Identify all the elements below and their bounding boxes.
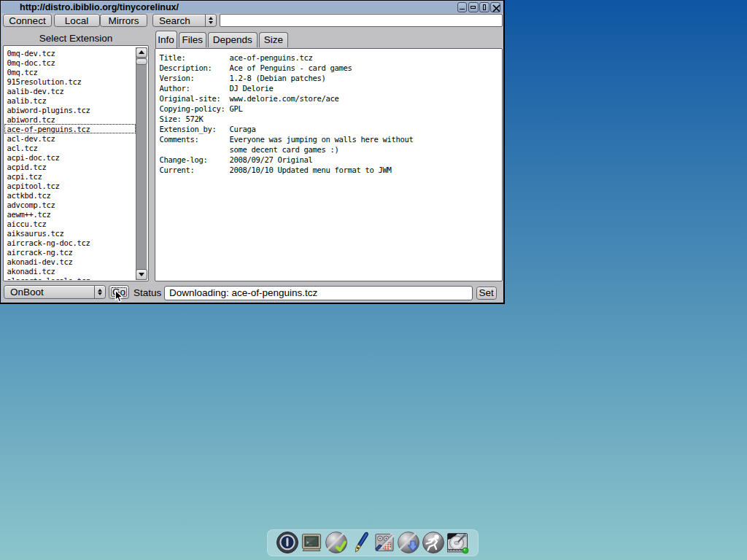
minimize-icon bbox=[460, 9, 465, 10]
shade-icon bbox=[483, 4, 486, 9]
list-item[interactable]: ace-of-penguins.tcz bbox=[4, 124, 136, 133]
dropdown-arrows-icon bbox=[205, 15, 216, 26]
dock-icons: >_ bbox=[276, 531, 469, 554]
extension-listbox[interactable]: 0mq-dev.tcz0mq-doc.tcz0mq.tcz915resoluti… bbox=[3, 45, 149, 281]
close-button[interactable] bbox=[490, 2, 500, 12]
info-line: Size: 572K bbox=[160, 114, 414, 124]
list-item[interactable]: acpitool.tcz bbox=[4, 181, 136, 190]
list-scrollbar[interactable] bbox=[136, 47, 147, 280]
tab-files[interactable]: Files bbox=[179, 32, 206, 47]
shade-button[interactable] bbox=[479, 2, 489, 12]
scroll-down-button[interactable] bbox=[136, 269, 147, 280]
list-item[interactable]: acl.tcz bbox=[4, 143, 136, 152]
onboot-dropdown-label: OnBoot bbox=[10, 287, 44, 298]
info-line: Version: 1.2-8 (Debian patches) bbox=[160, 73, 414, 83]
local-button[interactable]: Local bbox=[54, 14, 100, 27]
terminal-icon[interactable]: >_ bbox=[300, 531, 323, 554]
status-label: Status bbox=[133, 287, 161, 300]
search-input[interactable] bbox=[220, 14, 503, 28]
tab-size[interactable]: Size bbox=[259, 32, 288, 47]
list-item[interactable]: 0mq.tcz bbox=[4, 67, 136, 77]
scroll-up-icon bbox=[139, 50, 144, 54]
maximize-icon bbox=[471, 6, 476, 9]
onboot-dropdown[interactable]: OnBoot bbox=[4, 285, 106, 299]
toolbox-icon[interactable] bbox=[373, 531, 396, 554]
mirrors-button[interactable]: Mirrors bbox=[100, 14, 147, 27]
info-line: Extension_by: Curaga bbox=[160, 124, 414, 134]
connect-button[interactable]: Connect bbox=[3, 14, 52, 27]
titlebar-buttons bbox=[457, 2, 500, 12]
check-sphere-icon[interactable] bbox=[325, 531, 348, 554]
select-extension-heading: Select Extension bbox=[3, 33, 149, 44]
tab-depends[interactable]: Depends bbox=[208, 32, 258, 47]
close-icon bbox=[492, 4, 500, 12]
power-icon[interactable] bbox=[276, 531, 299, 554]
list-item[interactable]: abiword.tcz bbox=[4, 114, 136, 124]
list-item[interactable]: 0mq-dev.tcz bbox=[4, 48, 136, 58]
search-dropdown-label: Search bbox=[159, 15, 190, 26]
info-line: Original-site: www.delorie.com/store/ace bbox=[160, 93, 414, 104]
scroll-down-icon bbox=[139, 273, 144, 276]
list-item[interactable]: aalib-dev.tcz bbox=[4, 86, 136, 96]
status-field-value: Downloading: ace-of-penguins.tcz bbox=[169, 287, 317, 300]
list-item[interactable]: acl-dev.tcz bbox=[4, 133, 136, 143]
set-button[interactable]: Set bbox=[476, 287, 497, 300]
window-client-area: Connect Local Mirrors Search Select Exte… bbox=[2, 13, 503, 302]
app-window: http://distro.ibiblio.org/tinycorelinux/… bbox=[0, 0, 505, 304]
dock: >_ bbox=[267, 529, 479, 556]
svg-text:>_: >_ bbox=[306, 540, 312, 545]
list-item[interactable]: aircrack-ng.tcz bbox=[4, 247, 136, 257]
list-item[interactable]: aiccu.tcz bbox=[4, 219, 136, 228]
search-dropdown[interactable]: Search bbox=[152, 14, 217, 27]
list-item[interactable]: acpi-doc.tcz bbox=[4, 152, 136, 162]
mount-hdd-icon[interactable] bbox=[446, 531, 469, 554]
list-item[interactable]: 0mq-doc.tcz bbox=[4, 58, 136, 67]
info-line: Title: ace-of-penguins.tcz bbox=[160, 52, 414, 63]
pen-icon[interactable] bbox=[349, 531, 372, 554]
info-line: Current: 2008/10/10 Updated menu format … bbox=[160, 165, 414, 175]
minimize-button[interactable] bbox=[457, 2, 468, 12]
info-panel[interactable]: Title: ace-of-penguins.tczDescription: A… bbox=[155, 48, 503, 281]
list-item[interactable]: aircrack-ng-doc.tcz bbox=[4, 238, 136, 247]
tab-info[interactable]: Info bbox=[155, 31, 177, 48]
list-item[interactable]: abiword-plugins.tcz bbox=[4, 105, 136, 114]
download-sphere-icon[interactable] bbox=[397, 531, 420, 554]
list-item[interactable]: akonadi.tcz bbox=[4, 266, 136, 276]
go-button[interactable]: Go bbox=[109, 285, 129, 299]
dropdown-arrows-icon bbox=[94, 286, 105, 298]
titlebar[interactable]: http://distro.ibiblio.org/tinycorelinux/ bbox=[1, 1, 503, 13]
desktop: { "window": { "title": "http://distro.ib… bbox=[0, 0, 747, 560]
list-item[interactable]: 915resolution.tcz bbox=[4, 77, 136, 86]
info-text: Title: ace-of-penguins.tczDescription: A… bbox=[160, 52, 414, 175]
list-item[interactable]: aewm++.tcz bbox=[4, 209, 136, 219]
maximize-button[interactable] bbox=[468, 2, 479, 12]
extension-list: 0mq-dev.tcz0mq-doc.tcz0mq.tcz915resoluti… bbox=[4, 48, 136, 280]
info-line: Author: DJ Delorie bbox=[160, 83, 414, 93]
list-item[interactable]: actkbd.tcz bbox=[4, 190, 136, 200]
info-line: Comments: Everyone was jumping on walls … bbox=[160, 134, 414, 144]
list-item[interactable]: advcomp.tcz bbox=[4, 200, 136, 209]
list-item[interactable]: acpi.tcz bbox=[4, 171, 136, 181]
info-line: Description: Ace of Penguins - card game… bbox=[160, 63, 414, 73]
scroll-up-button[interactable] bbox=[136, 47, 147, 58]
list-item[interactable]: aiksaurus.tcz bbox=[4, 228, 136, 238]
go-button-focus-ring bbox=[111, 287, 127, 297]
list-item[interactable]: akonadi-dev.tcz bbox=[4, 257, 136, 266]
list-item[interactable]: alacarte-locale.tcz bbox=[4, 276, 136, 280]
info-line: Copying-policy: GPL bbox=[160, 104, 414, 114]
status-field[interactable]: Downloading: ace-of-penguins.tcz bbox=[164, 286, 473, 300]
list-item[interactable]: acpid.tcz bbox=[4, 162, 136, 171]
window-title: http://distro.ibiblio.org/tinycorelinux/ bbox=[20, 2, 179, 12]
list-item[interactable]: aalib.tcz bbox=[4, 96, 136, 105]
run-icon[interactable] bbox=[422, 531, 445, 554]
scrollbar-thumb[interactable] bbox=[136, 58, 147, 65]
info-line: Change-log: 2008/09/27 Original bbox=[160, 155, 414, 165]
info-line: some decent card games :) bbox=[160, 144, 414, 155]
